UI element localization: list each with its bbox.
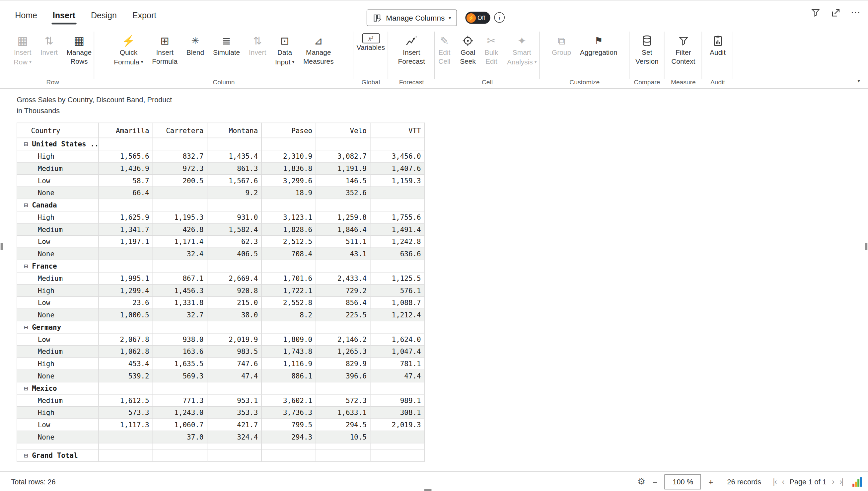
value-cell[interactable]: 1,567.6: [207, 175, 261, 187]
value-cell[interactable]: 1,435.4: [207, 150, 261, 162]
value-cell[interactable]: [98, 431, 153, 443]
row-label[interactable]: Low: [17, 418, 98, 431]
value-cell[interactable]: 989.1: [370, 395, 425, 407]
audit-button[interactable]: Audit: [707, 32, 727, 59]
simulate-button[interactable]: ≣Simulate: [211, 32, 242, 68]
manage-columns-button[interactable]: Manage Columns ▾: [367, 9, 457, 26]
value-cell[interactable]: 856.4: [316, 296, 370, 309]
value-cell[interactable]: 2,019.3: [370, 418, 425, 431]
value-cell[interactable]: 294.3: [261, 431, 316, 443]
value-cell[interactable]: 1,341.7: [98, 224, 153, 236]
row-label[interactable]: Low: [17, 333, 98, 346]
value-cell[interactable]: 1,701.6: [261, 272, 316, 285]
row-label[interactable]: Medium: [17, 272, 98, 285]
value-cell[interactable]: 1,625.9: [98, 211, 153, 224]
value-cell[interactable]: 861.3: [207, 162, 261, 175]
row-label[interactable]: None: [17, 248, 98, 260]
value-cell[interactable]: 3,082.7: [316, 150, 370, 162]
column-header[interactable]: Velo: [316, 123, 370, 138]
value-cell[interactable]: 9.2: [207, 186, 261, 199]
column-header[interactable]: VTT: [370, 123, 425, 138]
value-cell[interactable]: [98, 248, 153, 260]
value-cell[interactable]: 1,331.8: [153, 296, 207, 309]
value-cell[interactable]: 799.5: [261, 418, 316, 431]
value-cell[interactable]: 200.5: [153, 175, 207, 187]
collapse-icon[interactable]: ⊟: [24, 451, 28, 459]
value-cell[interactable]: 1,743.8: [261, 346, 316, 358]
value-cell[interactable]: 747.6: [207, 357, 261, 370]
collapse-ribbon-icon[interactable]: ▾: [857, 78, 860, 84]
column-header[interactable]: Paseo: [261, 123, 316, 138]
next-page-icon[interactable]: ›: [832, 477, 834, 486]
row-label[interactable]: Low: [17, 175, 98, 187]
value-cell[interactable]: 1,171.4: [153, 236, 207, 248]
live-mode-toggle[interactable]: ⚡ Off: [465, 11, 490, 24]
filter-context-button[interactable]: FilterContext: [669, 32, 698, 68]
value-cell[interactable]: 10.5: [316, 431, 370, 443]
value-cell[interactable]: 573.3: [98, 406, 153, 418]
value-cell[interactable]: 2,067.8: [98, 333, 153, 346]
value-cell[interactable]: 324.4: [207, 431, 261, 443]
value-cell[interactable]: 920.8: [207, 285, 261, 297]
value-cell[interactable]: 1,633.1: [316, 406, 370, 418]
collapse-icon[interactable]: ⊟: [24, 140, 28, 148]
set-version-button[interactable]: SetVersion: [633, 32, 661, 68]
value-cell[interactable]: 1,624.0: [370, 333, 425, 346]
previous-page-icon[interactable]: ‹: [782, 477, 784, 486]
value-cell[interactable]: 58.7: [98, 175, 153, 187]
value-cell[interactable]: 1,582.4: [207, 224, 261, 236]
group-label-cell[interactable]: ⊟Canada: [17, 199, 98, 211]
value-cell[interactable]: 1,828.6: [261, 224, 316, 236]
value-cell[interactable]: 1,191.9: [316, 162, 370, 175]
group-label-cell[interactable]: ⊟Mexico: [17, 382, 98, 395]
value-cell[interactable]: 829.9: [316, 357, 370, 370]
row-label[interactable]: High: [17, 150, 98, 162]
value-cell[interactable]: 832.7: [153, 150, 207, 162]
value-cell[interactable]: 1,116.9: [261, 357, 316, 370]
value-cell[interactable]: 569.3: [153, 370, 207, 382]
value-cell[interactable]: 1,635.5: [153, 357, 207, 370]
column-header[interactable]: Carretera: [153, 123, 207, 138]
value-cell[interactable]: 1,836.8: [261, 162, 316, 175]
quick-formula-button[interactable]: ⚡QuickFormula▾: [112, 32, 146, 68]
row-label[interactable]: None: [17, 431, 98, 443]
value-cell[interactable]: 23.6: [98, 296, 153, 309]
value-cell[interactable]: [370, 186, 425, 199]
value-cell[interactable]: 781.1: [370, 357, 425, 370]
row-label[interactable]: None: [17, 309, 98, 321]
value-cell[interactable]: [153, 186, 207, 199]
value-cell[interactable]: 18.9: [261, 186, 316, 199]
value-cell[interactable]: 353.3: [207, 406, 261, 418]
value-cell[interactable]: 886.1: [261, 370, 316, 382]
value-cell[interactable]: 43.1: [316, 248, 370, 260]
value-cell[interactable]: 1,117.3: [98, 418, 153, 431]
value-cell[interactable]: 511.1: [316, 236, 370, 248]
value-cell[interactable]: 32.7: [153, 309, 207, 321]
value-cell[interactable]: 539.2: [98, 370, 153, 382]
value-cell[interactable]: 1,612.5: [98, 395, 153, 407]
collapse-icon[interactable]: ⊟: [24, 323, 28, 331]
tab-insert[interactable]: Insert: [53, 10, 75, 20]
collapse-icon[interactable]: ⊟: [24, 384, 28, 393]
value-cell[interactable]: 1,047.4: [370, 346, 425, 358]
value-cell[interactable]: 729.2: [316, 285, 370, 297]
value-cell[interactable]: [370, 431, 425, 443]
value-cell[interactable]: 32.4: [153, 248, 207, 260]
data-input-button[interactable]: ⊡DataInput▾: [273, 32, 297, 68]
row-label[interactable]: High: [17, 285, 98, 297]
insert-formula-button[interactable]: ⊞InsertFormula: [150, 32, 180, 68]
value-cell[interactable]: 1,436.9: [98, 162, 153, 175]
value-cell[interactable]: 421.7: [207, 418, 261, 431]
value-cell[interactable]: 1,846.4: [316, 224, 370, 236]
row-label[interactable]: Medium: [17, 162, 98, 175]
value-cell[interactable]: 708.4: [261, 248, 316, 260]
first-page-icon[interactable]: |‹: [773, 477, 776, 486]
value-cell[interactable]: 3,123.1: [261, 211, 316, 224]
tab-design[interactable]: Design: [91, 10, 117, 20]
collapse-icon[interactable]: ⊟: [24, 262, 28, 270]
value-cell[interactable]: 1,722.1: [261, 285, 316, 297]
value-cell[interactable]: 225.5: [316, 309, 370, 321]
value-cell[interactable]: 867.1: [153, 272, 207, 285]
value-cell[interactable]: 2,310.9: [261, 150, 316, 162]
value-cell[interactable]: 1,088.7: [370, 296, 425, 309]
